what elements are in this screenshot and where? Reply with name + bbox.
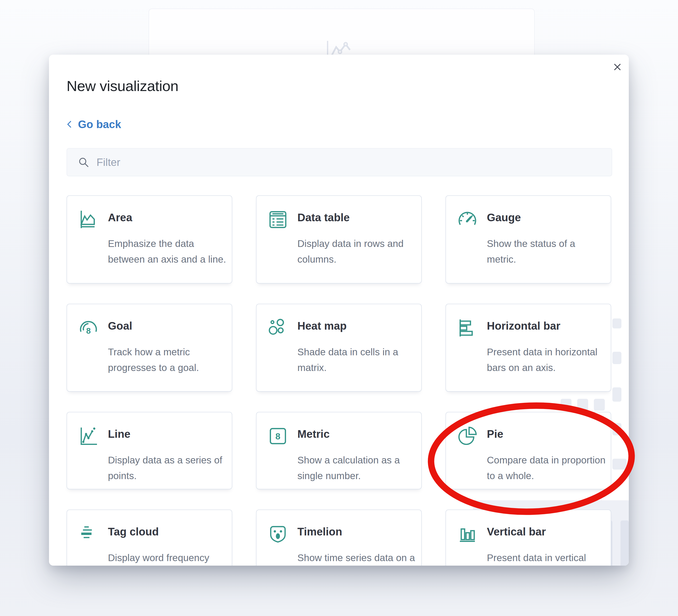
vis-type-title: Data table <box>297 211 350 224</box>
vis-type-title: Timelion <box>297 525 342 538</box>
visualization-type-grid: AreaEmphasize the data between an axis a… <box>67 195 611 566</box>
vis-type-title: Goal <box>108 319 132 332</box>
tag-cloud-icon <box>77 523 99 545</box>
line-icon <box>77 425 99 447</box>
svg-text:8: 8 <box>275 431 280 441</box>
gauge-icon <box>456 209 478 231</box>
vis-type-title: Heat map <box>297 319 347 332</box>
goal-icon: 8 <box>77 317 99 339</box>
svg-text:8: 8 <box>86 326 90 335</box>
vis-type-description: Track how a metric progresses to a goal. <box>108 344 228 376</box>
vis-type-card-goal[interactable]: 8GoalTrack how a metric progresses to a … <box>67 304 232 392</box>
data-table-icon <box>267 209 289 231</box>
timelion-icon <box>267 523 289 545</box>
vis-type-card-vertical-bar[interactable]: Vertical barPresent data in vertical bar… <box>446 509 611 566</box>
vis-type-card-heat-map[interactable]: Heat mapShade data in cells in a matrix. <box>256 304 422 392</box>
vis-type-card-gauge[interactable]: GaugeShow the status of a metric. <box>446 195 611 283</box>
vis-type-title: Area <box>108 211 132 224</box>
area-icon <box>77 209 99 231</box>
vis-type-description: Show the status of a metric. <box>487 236 607 267</box>
background-chart-decoration <box>620 521 629 566</box>
vis-type-description: Display data in rows and columns. <box>297 236 417 267</box>
close-icon <box>612 62 623 73</box>
chevron-left-icon <box>65 119 75 129</box>
background-chart-decoration <box>612 387 622 401</box>
modal-title: New visualization <box>67 77 179 94</box>
background-chart-decoration <box>612 318 622 329</box>
vis-type-card-line[interactable]: LineDisplay data as a series of points. <box>67 412 232 489</box>
vis-type-title: Tag cloud <box>108 525 159 538</box>
filter-search-box <box>67 148 612 176</box>
vis-type-title: Gauge <box>487 211 521 224</box>
pie-icon <box>456 425 478 447</box>
vis-type-description: Show time series data on a graph. <box>297 550 417 566</box>
vis-type-description: Display data as a series of points. <box>108 452 228 484</box>
vis-type-title: Line <box>108 428 130 440</box>
vis-type-title: Vertical bar <box>487 525 546 538</box>
vis-type-description: Compare data in proportion to a whole. <box>487 452 607 484</box>
metric-icon: 8 <box>267 425 289 447</box>
vis-type-description: Shade data in cells in a matrix. <box>297 344 417 376</box>
vis-type-card-horizontal-bar[interactable]: Horizontal barPresent data in horizontal… <box>446 304 611 392</box>
close-modal-button[interactable] <box>611 61 624 73</box>
page-background: New visualization Go back <box>0 0 678 616</box>
vis-type-title: Metric <box>297 428 330 440</box>
go-back-label: Go back <box>78 118 121 131</box>
background-chart-decoration <box>612 352 622 364</box>
vis-type-card-data-table[interactable]: Data tableDisplay data in rows and colum… <box>256 195 422 283</box>
vis-type-card-area[interactable]: AreaEmphasize the data between an axis a… <box>67 195 232 283</box>
background-chart-decoration <box>612 459 627 470</box>
vis-type-description: Display word frequency with font size. <box>108 550 228 566</box>
go-back-link[interactable]: Go back <box>65 118 121 131</box>
new-visualization-modal: New visualization Go back <box>49 55 629 566</box>
vis-type-description: Present data in vertical bars on an axis… <box>487 550 607 566</box>
vis-type-card-tag-cloud[interactable]: Tag cloudDisplay word frequency with fon… <box>67 509 232 566</box>
vertical-bar-icon <box>456 523 478 545</box>
filter-input[interactable] <box>96 148 612 176</box>
vis-type-card-timelion[interactable]: TimelionShow time series data on a graph… <box>256 509 422 566</box>
search-icon <box>77 156 90 168</box>
vis-type-card-pie[interactable]: PieCompare data in proportion to a whole… <box>446 412 611 489</box>
vis-type-title: Horizontal bar <box>487 319 560 332</box>
background-chart-decoration <box>612 423 622 435</box>
vis-type-title: Pie <box>487 428 503 440</box>
vis-type-description: Present data in horizontal bars on an ax… <box>487 344 607 376</box>
vis-type-description: Emphasize the data between an axis and a… <box>108 236 228 267</box>
vis-type-description: Show a calculation as a single number. <box>297 452 417 484</box>
heat-map-icon <box>267 317 289 339</box>
vis-type-card-metric[interactable]: 8MetricShow a calculation as a single nu… <box>256 412 422 489</box>
horizontal-bar-icon <box>456 317 478 339</box>
